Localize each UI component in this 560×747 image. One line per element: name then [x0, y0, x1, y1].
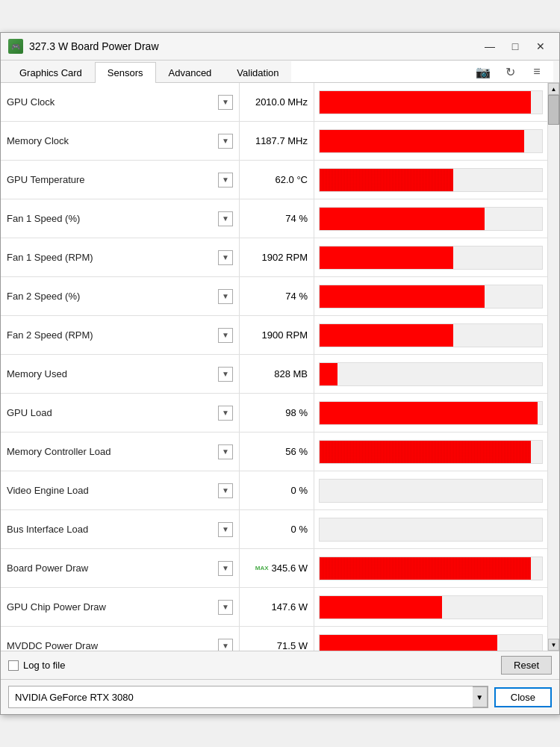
tab-bar: Graphics Card Sensors Advanced Validatio…: [1, 61, 559, 83]
menu-button[interactable]: ≡: [526, 63, 547, 81]
sensor-value-7: 828 MB: [274, 368, 308, 379]
minimize-button[interactable]: —: [479, 37, 501, 55]
toolbar: 📷 ↻ ≡: [291, 61, 553, 82]
sensor-dropdown-12[interactable]: ▼: [218, 561, 233, 576]
sensor-value-11: 0 %: [291, 524, 308, 535]
sensor-value-cell-8: 98 %: [240, 394, 314, 432]
sensor-value-cell-2: 62.0 °C: [240, 161, 314, 199]
sensor-name-cell-7: Memory Used▼: [1, 355, 240, 393]
tab-advanced[interactable]: Advanced: [156, 62, 225, 83]
tab-graphics-card[interactable]: Graphics Card: [7, 62, 95, 83]
sensors-table: GPU Clock▼2010.0 MHzMemory Clock▼1187.7 …: [1, 83, 547, 651]
sensor-value-4: 1902 RPM: [262, 252, 308, 263]
camera-button[interactable]: 📷: [473, 63, 494, 81]
sensor-name-cell-13: GPU Chip Power Draw▼: [1, 588, 240, 626]
refresh-button[interactable]: ↻: [500, 63, 520, 81]
sensor-dropdown-11[interactable]: ▼: [218, 522, 233, 537]
sensor-dropdown-2[interactable]: ▼: [218, 173, 233, 187]
sensor-value-cell-12: MAX345.6 W: [240, 549, 314, 587]
app-icon: 🎮: [8, 39, 23, 54]
gpu-name: NVIDIA GeForce RTX 3080: [9, 689, 474, 706]
sensor-name-label-13: GPU Chip Power Draw: [7, 601, 214, 613]
sensor-value-8: 98 %: [285, 407, 308, 418]
sensor-name-label-2: GPU Temperature: [7, 174, 214, 185]
sensor-name-label-4: Fan 1 Speed (RPM): [7, 252, 214, 263]
max-label-12: MAX: [255, 565, 269, 571]
bottom-bar: NVIDIA GeForce RTX 3080 ▼ Close: [1, 679, 559, 714]
sensor-row-8: GPU Load▼98 %: [1, 394, 547, 433]
sensor-value-cell-0: 2010.0 MHz: [240, 83, 314, 121]
sensor-dropdown-9[interactable]: ▼: [218, 444, 233, 459]
close-bottom-button[interactable]: Close: [494, 687, 552, 707]
sensor-value-cell-9: 56 %: [240, 433, 314, 471]
sensor-name-label-0: GPU Clock: [7, 96, 214, 108]
sensor-value-2: 62.0 °C: [275, 174, 308, 185]
window-title: 327.3 W Board Power Draw: [29, 40, 473, 52]
maximize-button[interactable]: □: [504, 37, 526, 55]
tab-validation[interactable]: Validation: [224, 62, 291, 83]
sensor-name-cell-1: Memory Clock▼: [1, 122, 240, 160]
sensor-bar-cell-10: [314, 471, 547, 509]
sensor-dropdown-14[interactable]: ▼: [218, 639, 233, 651]
sensor-row-12: Board Power Draw▼MAX345.6 W: [1, 549, 547, 588]
bar-container-0: [319, 90, 543, 114]
sensor-value-cell-5: 74 %: [240, 277, 314, 315]
sensor-value-9: 56 %: [285, 446, 308, 457]
sensor-dropdown-4[interactable]: ▼: [218, 250, 233, 265]
scroll-down-button[interactable]: ▼: [548, 639, 559, 651]
sensor-row-14: MVDDC Power Draw▼71.5 W: [1, 627, 547, 651]
sensor-bar-cell-5: [314, 277, 547, 315]
sensor-bar-cell-11: [314, 510, 547, 548]
sensor-bar-cell-6: [314, 316, 547, 354]
sensor-dropdown-1[interactable]: ▼: [218, 134, 233, 149]
sensor-name-cell-14: MVDDC Power Draw▼: [1, 627, 240, 651]
tab-sensors[interactable]: Sensors: [95, 62, 156, 83]
bar-fill-3: [320, 208, 485, 230]
sensor-row-10: Video Engine Load▼0 %: [1, 471, 547, 510]
sensor-value-5: 74 %: [285, 291, 308, 302]
sensor-name-cell-11: Bus Interface Load▼: [1, 510, 240, 548]
bar-fill-5: [320, 285, 485, 308]
sensor-value-cell-14: 71.5 W: [240, 627, 314, 651]
gpu-dropdown-arrow[interactable]: ▼: [473, 686, 488, 707]
sensor-dropdown-8[interactable]: ▼: [218, 406, 233, 421]
bar-fill-6: [320, 324, 453, 347]
footer: Log to file Reset: [1, 651, 559, 679]
sensor-dropdown-5[interactable]: ▼: [218, 289, 233, 304]
bar-fill-1: [320, 130, 524, 152]
sensor-bar-cell-14: [314, 627, 547, 651]
sensor-dropdown-0[interactable]: ▼: [218, 95, 233, 110]
sensor-bar-cell-4: [314, 238, 547, 276]
scrollbar[interactable]: ▲ ▼: [547, 83, 559, 651]
scrollbar-track: [548, 95, 559, 639]
log-checkbox[interactable]: [8, 660, 19, 671]
sensor-dropdown-10[interactable]: ▼: [218, 483, 233, 498]
sensor-dropdown-6[interactable]: ▼: [218, 328, 233, 343]
log-label: Log to file: [23, 660, 65, 671]
sensor-row-1: Memory Clock▼1187.7 MHz: [1, 122, 547, 161]
sensor-name-label-7: Memory Used: [7, 368, 214, 379]
bar-container-7: [319, 362, 543, 386]
content-area: GPU Clock▼2010.0 MHzMemory Clock▼1187.7 …: [1, 83, 559, 651]
scrollbar-thumb[interactable]: [548, 95, 559, 125]
bar-container-3: [319, 207, 543, 231]
bar-container-11: [319, 518, 543, 542]
gpu-selector[interactable]: NVIDIA GeForce RTX 3080 ▼: [8, 686, 488, 708]
sensor-name-label-9: Memory Controller Load: [7, 446, 214, 457]
sensor-dropdown-3[interactable]: ▼: [218, 211, 233, 226]
sensor-name-cell-2: GPU Temperature▼: [1, 161, 240, 199]
scroll-up-button[interactable]: ▲: [548, 83, 559, 95]
sensor-bar-cell-1: [314, 122, 547, 160]
close-button[interactable]: ✕: [529, 37, 552, 55]
reset-button[interactable]: Reset: [501, 656, 552, 675]
sensor-dropdown-13[interactable]: ▼: [218, 600, 233, 615]
sensor-value-cell-1: 1187.7 MHz: [240, 122, 314, 160]
sensor-bar-cell-13: [314, 588, 547, 626]
sensor-name-cell-3: Fan 1 Speed (%)▼: [1, 199, 240, 238]
sensor-dropdown-7[interactable]: ▼: [218, 367, 233, 382]
sensor-value-cell-6: 1900 RPM: [240, 316, 314, 354]
title-bar: 🎮 327.3 W Board Power Draw — □ ✕: [1, 33, 559, 61]
sensor-value-14: 71.5 W: [277, 640, 308, 651]
sensor-name-cell-6: Fan 2 Speed (RPM)▼: [1, 316, 240, 354]
sensor-name-label-6: Fan 2 Speed (RPM): [7, 329, 214, 341]
